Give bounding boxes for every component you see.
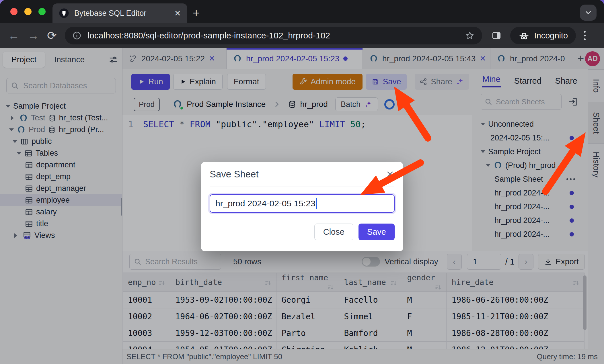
browser-toolbar: ← → ⟳ localhost:8080/sql-editor/prod-sam… (0, 23, 604, 48)
browser-tabstrip: Bytebase SQL Editor ✕ + (0, 0, 604, 23)
browser-menu-icon[interactable] (584, 31, 586, 40)
dialog-divider (210, 187, 394, 187)
tab-search-button[interactable] (580, 5, 597, 21)
window-controls (10, 8, 46, 15)
bytebase-favicon (59, 8, 69, 18)
new-tab-button[interactable]: + (193, 6, 200, 20)
address-bar[interactable]: localhost:8080/sql-editor/prod-sample-in… (65, 27, 482, 44)
browser-tab-title: Bytebase SQL Editor (74, 9, 169, 18)
sheet-name-input[interactable]: hr_prod 2024-02-05 15:23 (210, 194, 395, 213)
reload-button[interactable]: ⟳ (47, 30, 57, 41)
save-sheet-dialog: Save Sheet hr_prod 2024-02-05 15:23 Clos… (201, 162, 403, 251)
dialog-save-button[interactable]: Save (358, 224, 395, 240)
back-button[interactable]: ← (8, 30, 20, 41)
url-text: localhost:8080/sql-editor/prod-sample-in… (88, 31, 459, 40)
incognito-badge: Incognito (510, 27, 576, 44)
close-icon[interactable] (385, 170, 395, 179)
maximize-window-button[interactable] (38, 8, 46, 15)
text-caret (316, 198, 317, 209)
bookmark-star-icon[interactable] (465, 31, 475, 40)
browser-chrome: Bytebase SQL Editor ✕ + ← → ⟳ localhost:… (0, 0, 604, 48)
close-tab-icon[interactable]: ✕ (174, 9, 181, 18)
forward-button[interactable]: → (28, 30, 39, 41)
dialog-title: Save Sheet (210, 169, 259, 180)
close-window-button[interactable] (10, 8, 17, 15)
chevron-down-icon (584, 8, 593, 17)
minimize-window-button[interactable] (24, 8, 32, 15)
side-panel-icon[interactable] (491, 30, 502, 41)
close-button[interactable]: Close (314, 224, 353, 240)
browser-tab[interactable]: Bytebase SQL Editor ✕ (52, 3, 187, 23)
info-icon[interactable] (72, 31, 81, 40)
sheet-name-value: hr_prod 2024-02-05 15:23 (215, 199, 315, 208)
screen: Bytebase SQL Editor ✕ + ← → ⟳ localhost:… (0, 0, 604, 364)
incognito-label: Incognito (534, 31, 568, 40)
incognito-icon (518, 30, 530, 41)
